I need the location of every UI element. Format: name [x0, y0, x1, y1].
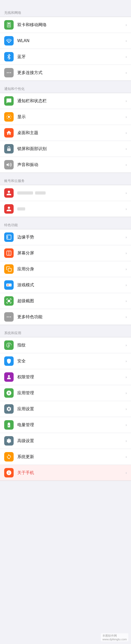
list-item-appsetting[interactable]: 应用设置›	[0, 401, 131, 417]
section-group-personalization: 通知栏和状态栏›显示›桌面和主题›锁屏和面部识别›声音和振动›	[0, 93, 131, 173]
svg-rect-20	[8, 300, 10, 302]
chevron-appsetting: ›	[125, 407, 127, 411]
list-item-label-about: 关于手机	[17, 470, 125, 476]
more-connect-icon	[4, 68, 14, 77]
watermark: 丰图软件网www.dpfengtu.com	[101, 633, 128, 641]
list-item-lockscreen[interactable]: 锁屏和面部识别›	[0, 141, 131, 157]
list-item-desktop[interactable]: 桌面和主题›	[0, 125, 131, 141]
chevron-fingerprint: ›	[125, 343, 127, 347]
list-item-fingerprint[interactable]: 指纹›	[0, 337, 131, 353]
chevron-wlan: ›	[125, 39, 127, 43]
list-item-label-security: 安全	[17, 358, 125, 364]
section-label-system: 系统和应用	[0, 328, 131, 337]
list-item-label-notification: 通知栏和状态栏	[17, 98, 125, 104]
chevron-about: ›	[125, 471, 127, 475]
notification-icon	[4, 96, 14, 106]
fingerprint-icon	[4, 340, 14, 350]
section-group-features: 边缘手势›屏幕分屏›应用分身›游戏模式›超级截图›更多特色功能›	[0, 229, 131, 325]
svg-point-24	[8, 375, 10, 377]
section-group-system: 指纹›安全›权限管理›应用管理›应用设置›电量管理›高级设置›系统更新›关于手机…	[0, 337, 131, 481]
clone-icon	[4, 264, 14, 274]
edge-icon	[4, 232, 14, 242]
list-item-label-sim: 双卡和移动网络	[17, 22, 125, 28]
list-item-notification[interactable]: 通知栏和状态栏›	[0, 93, 131, 109]
list-item-sim[interactable]: 双卡和移动网络›	[0, 17, 131, 33]
section-gap-accounts	[0, 173, 131, 175]
list-item-label-splitscreen: 屏幕分屏	[17, 250, 125, 256]
account2-icon	[4, 204, 14, 214]
svg-point-21	[7, 316, 8, 317]
list-item-appmanage[interactable]: 应用管理›	[0, 385, 131, 401]
svg-rect-2	[8, 25, 9, 26]
bluetooth-icon	[4, 52, 14, 61]
svg-point-19	[10, 285, 11, 286]
more-feat-icon	[4, 312, 14, 322]
chevron-security: ›	[125, 359, 127, 363]
list-item-update[interactable]: 系统更新›	[0, 449, 131, 465]
section-gap-system	[0, 325, 131, 328]
chevron-clone: ›	[125, 267, 127, 271]
list-item-label-advsetting: 高级设置	[17, 438, 125, 444]
chevron-account2: ›	[125, 207, 127, 211]
list-item-label-account2	[17, 207, 125, 210]
chevron-account1: ›	[125, 191, 127, 195]
list-item-account2[interactable]: ›	[0, 201, 131, 217]
list-item-label-more-connect: 更多连接方式	[17, 70, 125, 76]
chevron-screenshot: ›	[125, 299, 127, 303]
list-item-label-more-feat: 更多特色功能	[17, 314, 125, 320]
list-item-battery[interactable]: 电量管理›	[0, 417, 131, 433]
list-item-label-lockscreen: 锁屏和面部识别	[17, 146, 125, 152]
svg-point-23	[10, 316, 11, 317]
chevron-edge: ›	[125, 235, 127, 239]
list-item-more-feat[interactable]: 更多特色功能›	[0, 309, 131, 325]
list-item-edge[interactable]: 边缘手势›	[0, 229, 131, 245]
chevron-more-feat: ›	[125, 315, 127, 319]
appsetting-icon	[4, 404, 14, 414]
list-item-game[interactable]: 游戏模式›	[0, 277, 131, 293]
svg-rect-5	[9, 26, 10, 27]
list-item-label-screenshot: 超级截图	[17, 298, 125, 304]
svg-rect-17	[8, 268, 11, 271]
list-item-advsetting[interactable]: 高级设置›	[0, 433, 131, 449]
list-item-wlan[interactable]: WLAN›	[0, 33, 131, 49]
svg-point-18	[10, 284, 10, 285]
svg-rect-4	[8, 26, 9, 27]
section-label-features: 特色功能	[0, 220, 131, 229]
section-label-network: 无线和网络	[0, 7, 131, 17]
list-item-label-bluetooth: 蓝牙	[17, 54, 125, 60]
battery-icon	[4, 420, 14, 430]
advsetting-icon	[4, 436, 14, 446]
section-label-accounts: 账号和云服务	[0, 175, 131, 185]
list-item-about[interactable]: 关于手机›	[0, 465, 131, 481]
list-item-more-connect[interactable]: 更多连接方式›	[0, 65, 131, 81]
list-item-clone[interactable]: 应用分身›	[0, 261, 131, 277]
list-item-splitscreen[interactable]: 屏幕分屏›	[0, 245, 131, 261]
list-item-label-permission: 权限管理	[17, 374, 125, 380]
appmanage-icon	[4, 388, 14, 398]
svg-point-10	[8, 116, 10, 118]
list-item-label-sound: 声音和振动	[17, 162, 125, 168]
list-item-label-account1	[17, 191, 125, 195]
list-item-account1[interactable]: ›	[0, 185, 131, 201]
chevron-lockscreen: ›	[125, 147, 127, 151]
display-icon	[4, 112, 14, 122]
list-item-label-appmanage: 应用管理	[17, 390, 125, 396]
list-item-permission[interactable]: 权限管理›	[0, 369, 131, 385]
update-icon	[4, 452, 14, 461]
list-item-sound[interactable]: 声音和振动›	[0, 157, 131, 173]
list-item-screenshot[interactable]: 超级截图›	[0, 293, 131, 309]
svg-marker-13	[7, 163, 9, 167]
chevron-advsetting: ›	[125, 439, 127, 443]
list-item-display[interactable]: 显示›	[0, 109, 131, 125]
list-item-bluetooth[interactable]: 蓝牙›	[0, 49, 131, 65]
section-gap-personalization	[0, 81, 131, 83]
svg-point-12	[9, 149, 9, 150]
sound-icon	[4, 160, 14, 169]
chevron-desktop: ›	[125, 131, 127, 135]
screenshot-icon	[4, 296, 14, 306]
account1-icon	[4, 188, 14, 198]
section-group-accounts: › ›	[0, 185, 131, 217]
desktop-icon	[4, 128, 14, 138]
wifi-icon	[4, 36, 14, 45]
list-item-security[interactable]: 安全›	[0, 353, 131, 369]
